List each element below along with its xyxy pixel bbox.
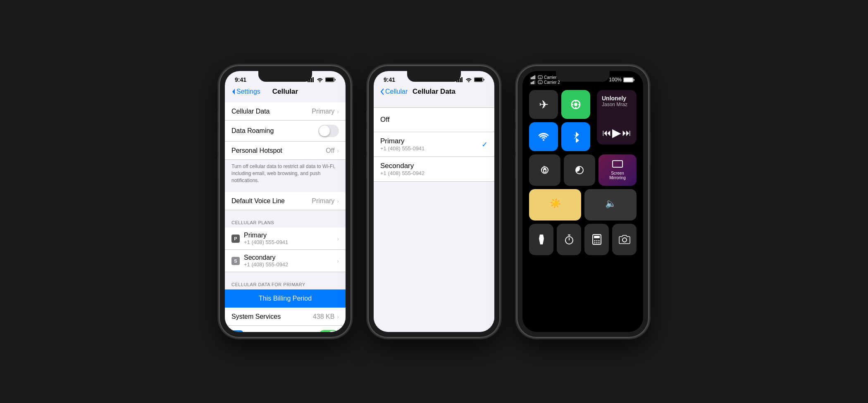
music-artist: Jason Mraz (602, 102, 632, 107)
voice-line-value: Primary (312, 197, 334, 205)
back-chevron-icon (231, 88, 236, 95)
bluetooth-tile[interactable] (561, 122, 590, 151)
svg-rect-12 (531, 77, 532, 79)
status-time-2: 9:41 (384, 76, 395, 83)
svg-point-43 (596, 242, 597, 244)
svg-rect-13 (532, 77, 533, 80)
carrier2-text: Carrier 2 (544, 80, 560, 85)
svg-rect-18 (531, 82, 532, 84)
camera-icon (619, 235, 630, 244)
system-services-label: System Services (231, 313, 313, 320)
cellular-tile[interactable] (561, 90, 590, 119)
prev-button[interactable]: ⏮ (602, 128, 611, 138)
status-time-1: 9:41 (235, 76, 246, 83)
data-roaming-label: Data Roaming (231, 127, 318, 135)
screen-mirroring-tile[interactable]: ScreenMirroring (599, 154, 637, 186)
primary-badge: P (231, 235, 240, 243)
rotation-lock-tile[interactable] (529, 154, 560, 186)
secondary-badge: S (231, 257, 240, 265)
cc-row-4 (529, 224, 637, 255)
data-roaming-toggle[interactable] (318, 125, 339, 137)
calculator-icon (592, 234, 602, 245)
cc-row-1: ✈ (529, 90, 637, 151)
flashlight-tile[interactable] (529, 224, 553, 255)
nav-bar-2: Cellular Cellular Data (374, 86, 494, 99)
esim2-icon: S (538, 80, 543, 84)
back-chevron-icon-2 (380, 88, 384, 95)
personal-hotspot-row[interactable]: Personal Hotspot Off › (225, 142, 346, 160)
carrier2-signal (531, 80, 537, 84)
settings-content-1: Cellular Data Primary › Data Roaming Per… (225, 99, 346, 332)
primary-plan-number: +1 (408) 555-0941 (244, 239, 337, 245)
back-button-1[interactable]: Settings (231, 88, 260, 95)
nav-bar-1: Settings Cellular (225, 86, 346, 99)
option-secondary-info: Secondary +1 (408) 555-0942 (380, 162, 488, 176)
svg-rect-19 (532, 82, 533, 85)
timer-tile[interactable] (557, 224, 581, 255)
cc-status-right: 100% (609, 77, 635, 83)
option-primary-row[interactable]: Primary +1 (408) 555-0941 ✓ (374, 132, 494, 157)
svg-point-45 (622, 238, 627, 242)
primary-plan-info: Primary +1 (408) 555-0941 (244, 232, 337, 245)
option-off-row[interactable]: Off (374, 107, 494, 132)
plans-section-header: CELLULAR PLANS (225, 213, 346, 228)
secondary-plan-chevron: › (337, 258, 339, 264)
secondary-plan-row[interactable]: S Secondary +1 (408) 555-0942 › (225, 250, 346, 272)
volume-slider[interactable]: 🔈 (584, 189, 637, 220)
rotation-lock-icon (539, 165, 550, 175)
cellular-data-label: Cellular Data (231, 108, 312, 115)
personal-hotspot-chevron: › (337, 147, 339, 154)
secondary-plan-number: +1 (408) 555-0942 (244, 261, 337, 268)
calculator-tile[interactable] (584, 224, 609, 255)
cellular-data-chevron: › (337, 108, 339, 115)
voice-line-label: Default Voice Line (231, 197, 312, 205)
carrier1-signal (531, 75, 537, 79)
voice-line-row[interactable]: Default Voice Line Primary › (225, 192, 346, 210)
cc-battery-pct: 100% (609, 77, 622, 83)
wifi-tile[interactable] (529, 122, 558, 151)
nav-title-1: Cellular (272, 88, 298, 96)
billing-period-button[interactable]: This Billing Period (225, 289, 346, 308)
brightness-slider[interactable]: ☀️ (529, 189, 581, 220)
option-secondary-row[interactable]: Secondary +1 (408) 555-0942 (374, 157, 494, 182)
play-button[interactable]: ▶ (612, 126, 621, 140)
cc-grid: ✈ (522, 86, 643, 332)
airplane-tile[interactable]: ✈ (529, 90, 558, 119)
nav-title-2: Cellular Data (413, 88, 455, 96)
app-store-icon (231, 330, 243, 332)
option-off-info: Off (380, 116, 488, 124)
back-button-2[interactable]: Cellular (380, 88, 408, 95)
system-services-value: 438 KB (313, 313, 334, 320)
camera-tile[interactable] (612, 224, 637, 255)
cellular-data-row[interactable]: Cellular Data Primary › (225, 102, 346, 121)
svg-rect-21 (534, 81, 535, 85)
do-not-disturb-tile[interactable] (564, 154, 595, 186)
svg-text:S: S (539, 81, 541, 84)
wifi-icon-2 (465, 77, 472, 82)
battery-icon (325, 77, 336, 82)
option-primary-label: Primary (380, 137, 482, 145)
status-icons-1 (308, 77, 336, 82)
music-tile[interactable]: Unlonely Jason Mraz ⏮ ▶ ⏭ (597, 90, 637, 145)
voice-line-chevron: › (337, 198, 339, 204)
primary-plan-row[interactable]: P Primary +1 (408) 555-0941 › (225, 228, 346, 250)
svg-rect-20 (533, 81, 534, 84)
svg-rect-2 (311, 78, 312, 82)
svg-rect-11 (475, 78, 482, 81)
cellular-icon (570, 99, 582, 110)
next-button[interactable]: ⏭ (622, 128, 631, 138)
control-center: S Carrier LTE S Carrier 2 100% (522, 71, 643, 332)
phone-3: S Carrier LTE S Carrier 2 100% (517, 65, 649, 338)
app-store-toggle[interactable] (318, 330, 339, 332)
svg-rect-38 (594, 236, 600, 238)
svg-rect-14 (533, 76, 534, 79)
data-roaming-row[interactable]: Data Roaming (225, 121, 346, 142)
svg-rect-9 (461, 77, 463, 82)
option-primary-sub: +1 (408) 555-0941 (380, 145, 482, 152)
svg-rect-3 (312, 77, 314, 82)
svg-rect-35 (613, 161, 622, 167)
app-store-row[interactable]: App Store (225, 326, 346, 332)
cellular-data-content: Off Primary +1 (408) 555-0941 ✓ (374, 99, 494, 332)
notch-2 (407, 71, 461, 82)
system-services-row[interactable]: System Services 438 KB › (225, 308, 346, 326)
